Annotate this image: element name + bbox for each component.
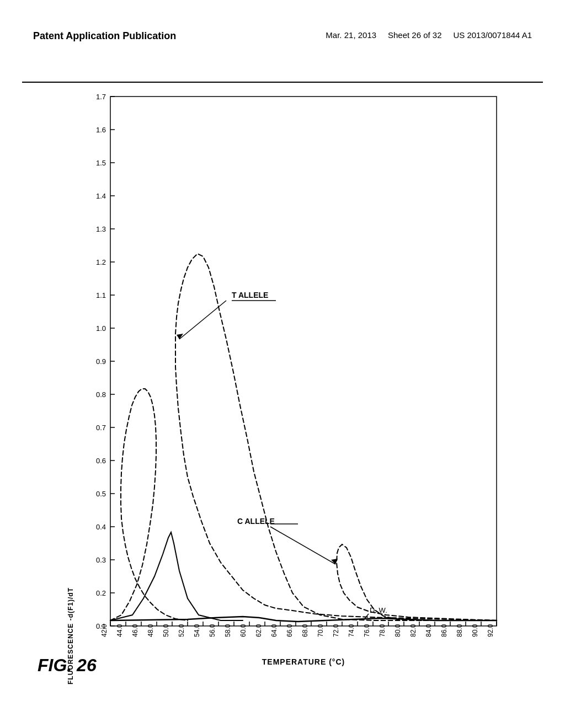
svg-text:70.0: 70.0 [317, 624, 324, 637]
header: Patent Application Publication Mar. 21, … [0, 30, 565, 42]
svg-text:50.0: 50.0 [162, 624, 170, 637]
svg-text:54.0: 54.0 [193, 624, 201, 637]
page: Patent Application Publication Mar. 21, … [0, 0, 565, 728]
svg-text:TEMPERATURE (°C): TEMPERATURE (°C) [262, 657, 345, 666]
svg-text:46.0: 46.0 [131, 624, 139, 637]
svg-text:D. W.: D. W. [370, 606, 387, 614]
svg-text:58.0: 58.0 [224, 624, 232, 637]
svg-text:44.0: 44.0 [116, 624, 124, 637]
svg-text:0.2: 0.2 [96, 589, 106, 597]
header-left: Patent Application Publication [33, 30, 176, 42]
svg-text:0.4: 0.4 [96, 523, 106, 531]
svg-text:84.0: 84.0 [425, 624, 433, 637]
svg-text:76.0: 76.0 [363, 624, 371, 637]
svg-text:1.2: 1.2 [96, 258, 106, 266]
svg-text:0.8: 0.8 [96, 390, 106, 399]
svg-text:62.0: 62.0 [255, 624, 263, 637]
svg-text:74.0: 74.0 [348, 624, 355, 637]
svg-text:82.0: 82.0 [409, 624, 417, 637]
svg-text:0.5: 0.5 [96, 490, 106, 498]
svg-text:90.0: 90.0 [471, 624, 479, 637]
svg-text:52.0: 52.0 [178, 624, 185, 637]
svg-text:1.6: 1.6 [96, 126, 106, 134]
svg-text:80.0: 80.0 [394, 624, 402, 637]
svg-text:48.0: 48.0 [147, 624, 154, 637]
svg-text:68.0: 68.0 [301, 624, 309, 637]
svg-text:0.9: 0.9 [96, 357, 106, 366]
svg-text:92.0: 92.0 [487, 624, 494, 637]
svg-text:42.0: 42.0 [100, 624, 108, 637]
header-right: Mar. 21, 2013 Sheet 26 of 32 US 2013/007… [326, 30, 532, 40]
svg-text:1.3: 1.3 [96, 225, 106, 233]
svg-text:86.0: 86.0 [440, 624, 448, 637]
svg-text:0.3: 0.3 [96, 556, 106, 564]
svg-text:T ALLELE: T ALLELE [232, 291, 268, 299]
svg-text:1.5: 1.5 [96, 159, 106, 167]
svg-text:60.0: 60.0 [239, 624, 247, 637]
svg-text:1.4: 1.4 [96, 192, 106, 200]
y-axis-label: FLUORESCENCE -d(F1)/dT [67, 587, 74, 684]
header-date-sheet: Mar. 21, 2013 Sheet 26 of 32 US 2013/007… [326, 30, 532, 40]
svg-line-88 [179, 301, 226, 339]
svg-text:88.0: 88.0 [456, 624, 463, 637]
svg-text:56.0: 56.0 [209, 624, 216, 637]
svg-text:0.7: 0.7 [96, 424, 106, 432]
svg-text:0.6: 0.6 [96, 457, 106, 465]
chart-svg: 1.7 1.6 1.5 1.4 1.3 1.2 1.1 1.0 0.9 0. [77, 91, 530, 670]
svg-text:64.0: 64.0 [270, 624, 278, 637]
svg-text:66.0: 66.0 [286, 624, 294, 637]
publication-title: Patent Application Publication [33, 30, 176, 42]
svg-rect-0 [110, 97, 497, 626]
svg-text:1.0: 1.0 [96, 324, 106, 333]
chart-area: 1.7 1.6 1.5 1.4 1.3 1.2 1.1 1.0 0.9 0. [77, 91, 535, 684]
svg-text:78.0: 78.0 [379, 624, 386, 637]
svg-text:1.1: 1.1 [96, 291, 106, 299]
svg-line-92 [270, 527, 335, 564]
svg-text:C ALLELE: C ALLELE [237, 517, 275, 526]
header-divider [22, 82, 543, 83]
svg-text:72.0: 72.0 [332, 624, 340, 637]
svg-text:1.7: 1.7 [96, 93, 106, 101]
